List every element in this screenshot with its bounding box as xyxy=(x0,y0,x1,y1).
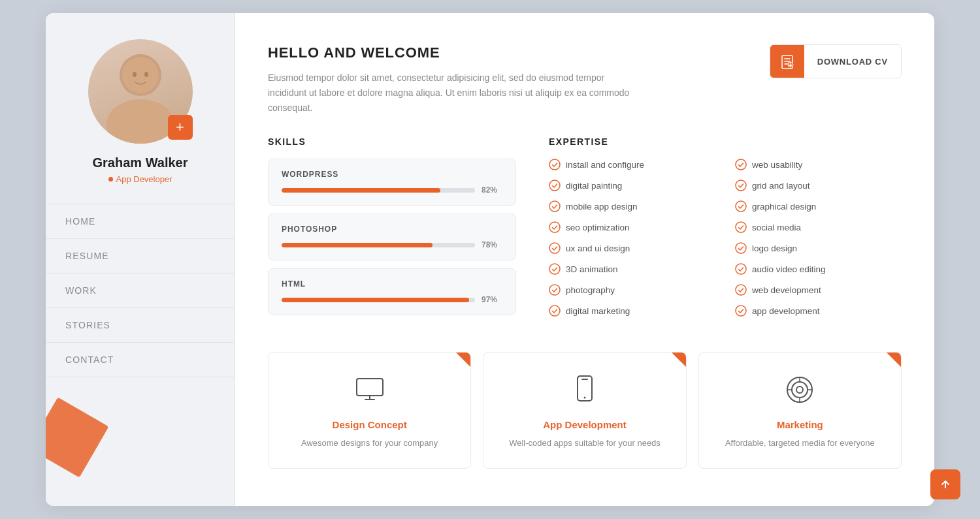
skill-card-html: HTML 97% xyxy=(268,268,516,315)
expertise-item: graphical design xyxy=(735,200,902,212)
svg-point-11 xyxy=(549,243,560,253)
skills-title: SKILLS xyxy=(268,136,516,147)
check-icon xyxy=(735,221,747,233)
check-icon xyxy=(549,263,561,275)
expertise-label: 3D animation xyxy=(566,264,618,274)
skill-pct-photoshop: 78% xyxy=(482,240,502,249)
expertise-label: install and configure xyxy=(566,160,644,170)
sidebar-item-contact[interactable]: CONTACT xyxy=(46,343,235,377)
service-card-app[interactable]: App Development Well-coded apps suitable… xyxy=(483,352,686,469)
svg-rect-23 xyxy=(357,379,383,396)
svg-point-15 xyxy=(736,159,746,170)
service-desc-design: Awesome designs for your company xyxy=(284,437,455,450)
skill-bar-bg-wordpress xyxy=(282,188,475,193)
check-icon xyxy=(735,159,747,170)
svg-point-14 xyxy=(549,306,560,316)
service-desc-app: Well-coded apps suitable for your needs xyxy=(499,437,670,450)
skill-bar-bg-photoshop xyxy=(282,243,475,247)
svg-point-2 xyxy=(122,57,159,93)
svg-point-12 xyxy=(549,264,560,274)
expertise-item: audio video editing xyxy=(735,263,902,275)
sidebar-item-work[interactable]: WORK xyxy=(46,274,235,308)
scroll-top-button[interactable] xyxy=(930,469,960,499)
expertise-label: web usability xyxy=(752,160,802,170)
service-name-app: App Development xyxy=(499,419,670,430)
arrow-up-icon xyxy=(939,479,951,490)
skills-expertise-row: SKILLS WORDPRESS 82% PHOTOSHOP xyxy=(268,136,902,326)
expertise-label: photography xyxy=(566,285,615,295)
expertise-label: graphical design xyxy=(752,202,816,212)
svg-point-8 xyxy=(549,180,560,191)
expertise-col-2: web usability grid and layout graphical … xyxy=(735,159,902,326)
check-icon xyxy=(549,180,561,191)
svg-point-21 xyxy=(736,285,746,295)
expertise-label: seo optimization xyxy=(566,223,630,232)
skill-bar-fill-wordpress xyxy=(282,188,440,193)
expertise-label: grid and layout xyxy=(752,181,810,191)
cv-icon-svg xyxy=(779,53,796,70)
check-icon xyxy=(549,159,561,170)
add-photo-button[interactable]: + xyxy=(168,115,193,140)
skill-bar-wrap-wordpress: 82% xyxy=(282,185,502,195)
expertise-item: web usability xyxy=(735,159,902,170)
expertise-label: web development xyxy=(752,285,821,295)
check-icon xyxy=(549,284,561,296)
nav-menu: HOME RESUME WORK STORIES CONTACT xyxy=(46,204,235,377)
expertise-item: social media xyxy=(735,221,902,233)
check-icon xyxy=(549,305,561,317)
expertise-item: digital marketing xyxy=(549,305,715,317)
service-cards-row: Design Concept Awesome designs for your … xyxy=(268,352,902,469)
svg-point-3 xyxy=(133,72,137,77)
expertise-title: EXPERTISE xyxy=(549,136,902,147)
expertise-item: install and configure xyxy=(549,159,715,170)
check-icon xyxy=(735,200,747,212)
check-icon xyxy=(549,221,561,233)
welcome-text: Eiusmod tempor dolor sit amet, consectet… xyxy=(268,71,634,116)
skills-section: SKILLS WORDPRESS 82% PHOTOSHOP xyxy=(268,136,516,326)
service-card-design[interactable]: Design Concept Awesome designs for your … xyxy=(268,352,471,469)
header-row: HELLO AND WELCOME Eiusmod tempor dolor s… xyxy=(268,44,902,116)
service-name-marketing: Marketing xyxy=(715,419,885,430)
sidebar-item-stories[interactable]: STORIES xyxy=(46,308,235,343)
check-icon xyxy=(735,284,747,296)
expertise-col-1: install and configure digital painting m… xyxy=(549,159,715,326)
skill-bar-fill-photoshop xyxy=(282,243,433,247)
svg-point-7 xyxy=(549,159,560,170)
expertise-section: EXPERTISE install and configure digital … xyxy=(549,136,902,326)
expertise-label: app development xyxy=(752,306,820,316)
profile-name: Graham Walker xyxy=(93,155,188,170)
check-icon xyxy=(735,242,747,254)
skill-bar-wrap-photoshop: 78% xyxy=(282,240,502,249)
check-icon xyxy=(735,180,747,191)
service-card-marketing[interactable]: Marketing Affordable, targeted media for… xyxy=(698,352,902,469)
sidebar: + Graham Walker App Developer HOME RESUM… xyxy=(46,13,235,506)
avatar-wrap: + xyxy=(88,39,193,144)
expertise-label: mobile app design xyxy=(566,202,638,212)
expertise-label: social media xyxy=(752,223,801,232)
skill-bar-fill-html xyxy=(282,298,469,302)
svg-point-22 xyxy=(736,306,746,316)
expertise-item: app development xyxy=(735,305,902,317)
expertise-item: photography xyxy=(549,284,715,296)
sidebar-item-resume[interactable]: RESUME xyxy=(46,239,235,274)
expertise-item: seo optimization xyxy=(549,221,715,233)
check-icon xyxy=(735,263,747,275)
download-cv-button[interactable]: DOWNLOAD CV xyxy=(770,44,902,78)
svg-point-9 xyxy=(549,201,560,212)
skill-name-wordpress: WORDPRESS xyxy=(282,170,502,179)
skill-name-photoshop: PHOTOSHOP xyxy=(282,225,502,234)
svg-point-27 xyxy=(792,382,808,398)
svg-point-13 xyxy=(549,285,560,295)
svg-point-20 xyxy=(736,264,746,274)
expertise-label: logo design xyxy=(752,244,797,253)
expertise-item: ux and ui design xyxy=(549,242,715,254)
decorative-shape xyxy=(46,398,108,478)
welcome-title: HELLO AND WELCOME xyxy=(268,44,634,61)
expertise-item: grid and layout xyxy=(735,180,902,191)
expertise-item: logo design xyxy=(735,242,902,254)
svg-point-17 xyxy=(736,201,746,212)
sidebar-item-home[interactable]: HOME xyxy=(46,204,235,239)
expertise-item: digital painting xyxy=(549,180,715,191)
svg-point-1 xyxy=(106,99,174,144)
svg-point-28 xyxy=(796,386,803,393)
